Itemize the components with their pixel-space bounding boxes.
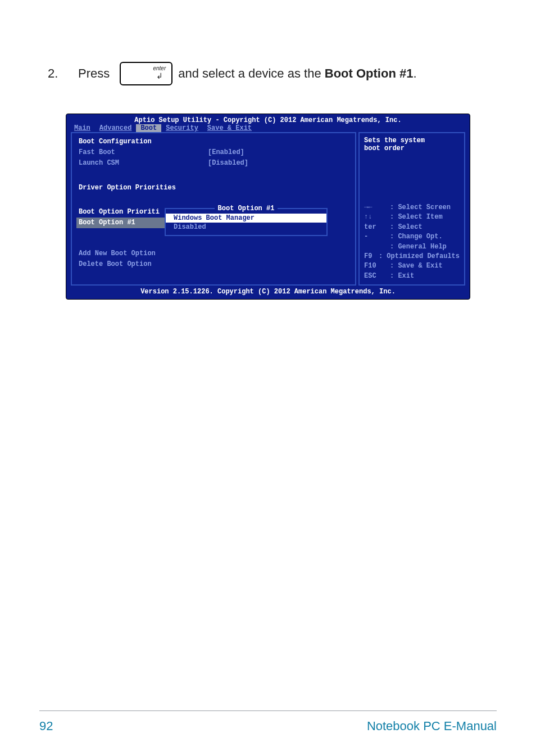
tab-security[interactable]: Security	[161, 124, 203, 132]
instruction-step: 2. Press enter ↲ and select a device as …	[48, 62, 497, 85]
bios-right-pane: Sets the system boot order →←: Select Sc…	[358, 132, 465, 286]
help-description-line1: Sets the system	[364, 137, 460, 144]
enter-key-icon: enter ↲	[120, 62, 172, 85]
enter-arrow-icon: ↲	[156, 72, 163, 80]
launch-csm-value: [Disabled]	[208, 158, 248, 169]
bios-title: Aptio Setup Utility - Copyright (C) 2012…	[66, 114, 470, 124]
keycap-label: enter ↲	[153, 66, 166, 80]
boot-option-popup: Boot Option #1 Windows Boot Manager Disa…	[165, 208, 328, 236]
bios-left-pane: Boot Configuration Fast Boot [Enabled] L…	[71, 132, 356, 286]
add-new-boot-option[interactable]: Add New Boot Option	[79, 248, 156, 259]
bios-panel: Aptio Setup Utility - Copyright (C) 2012…	[66, 114, 470, 300]
bios-tab-bar: Main Advanced Boot Security Save & Exit	[66, 124, 470, 132]
boot-configuration-heading: Boot Configuration	[79, 137, 208, 147]
bios-footer: Version 2.15.1226. Copyright (C) 2012 Am…	[66, 286, 470, 299]
manual-title: Notebook PC E-Manual	[367, 719, 497, 734]
step-number: 2.	[48, 66, 76, 81]
tab-main[interactable]: Main	[70, 124, 95, 132]
popup-title: Boot Option #1	[215, 205, 278, 212]
tab-boot[interactable]: Boot	[136, 124, 161, 132]
help-select-item: : Select Item	[390, 212, 443, 222]
help-general: : General Help	[390, 242, 447, 252]
fast-boot-value: [Enabled]	[208, 147, 244, 158]
help-exit: : Exit	[390, 271, 414, 281]
popup-item-disabled[interactable]: Disabled	[166, 223, 326, 232]
driver-option-priorities-heading: Driver Option Priorities	[79, 183, 176, 193]
tab-advanced[interactable]: Advanced	[95, 124, 137, 132]
popup-item-windows-boot-manager[interactable]: Windows Boot Manager	[166, 214, 326, 223]
fast-boot-label[interactable]: Fast Boot	[79, 147, 208, 158]
help-description-line2: boot order	[364, 144, 460, 152]
page-number: 92	[39, 719, 53, 734]
instruction-text: and select a device as the Boot Option #…	[178, 66, 416, 81]
help-optimized-defaults: : Optimized Defaults	[379, 252, 460, 261]
help-select-screen: : Select Screen	[390, 203, 451, 212]
help-save-exit: : Save & Exit	[390, 261, 443, 271]
tab-save-exit[interactable]: Save & Exit	[203, 124, 256, 132]
help-change-opt: : Change Opt.	[390, 232, 443, 242]
press-label: Press	[78, 66, 110, 81]
help-select: : Select	[390, 223, 423, 232]
delete-boot-option[interactable]: Delete Boot Option	[79, 259, 152, 270]
footer-divider	[39, 710, 497, 711]
launch-csm-label[interactable]: Launch CSM	[79, 158, 208, 169]
help-legend: →←: Select Screen ↑↓: Select Item ter: S…	[364, 203, 460, 281]
